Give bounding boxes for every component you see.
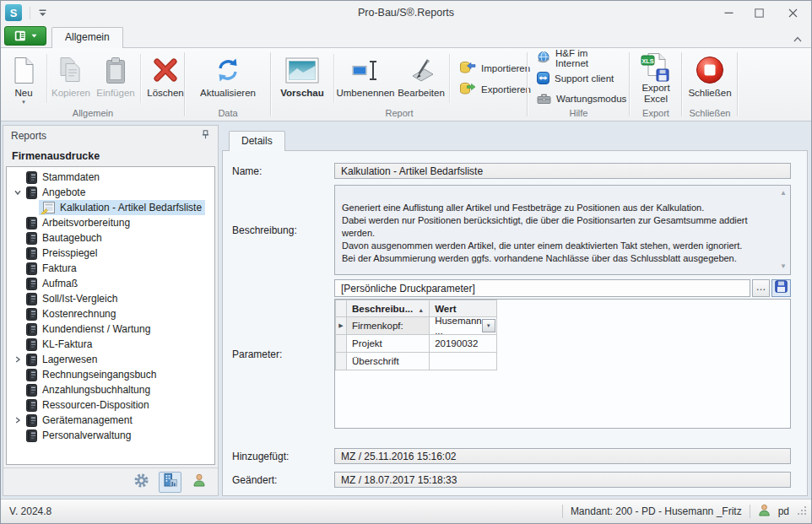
umbenennen-button[interactable]: Umbenennen xyxy=(336,50,395,107)
tree-item[interactable]: Bautagebuch xyxy=(7,230,214,246)
tree-item[interactable]: Preisspiegel xyxy=(7,246,214,261)
hinzugefuegt-field[interactable]: MZ / 25.11.2016 15:16:02 xyxy=(334,448,791,464)
maximize-button[interactable] xyxy=(744,1,774,24)
sort-asc-icon: ▲ xyxy=(418,307,424,313)
resize-grip[interactable] xyxy=(797,505,807,518)
app-menu-button[interactable] xyxy=(4,26,46,46)
group-label-report: Report xyxy=(271,107,528,121)
book-icon xyxy=(26,186,37,199)
tree-item[interactable]: Gerätemanagement xyxy=(7,413,214,428)
tree-item[interactable]: Stammdaten xyxy=(7,170,214,185)
tree-item[interactable]: KL-Faktura xyxy=(7,337,214,352)
minimize-button[interactable] xyxy=(713,1,744,24)
book-icon xyxy=(26,429,37,442)
bearbeiten-button[interactable]: Bearbeiten xyxy=(395,50,447,107)
tree-item-label: Kalkulation - Artikel Bedarfsliste xyxy=(60,202,202,213)
table-row[interactable]: Überschrift xyxy=(336,353,497,370)
tree-item[interactable]: Rechnungseingangsbuch xyxy=(7,367,214,382)
tree-item[interactable]: Kostenrechnung xyxy=(7,306,214,321)
tree-item[interactable]: Lagerwesen xyxy=(7,352,214,367)
parameter-value-cell[interactable] xyxy=(430,353,497,370)
wartungsmodus-button[interactable]: Wartungsmodus xyxy=(534,90,623,107)
scroll-down-icon[interactable]: ▼ xyxy=(780,263,787,270)
geaendert-label: Geändert: xyxy=(232,474,334,486)
svg-text:XLS: XLS xyxy=(641,57,654,65)
tree-item[interactable]: Faktura xyxy=(7,261,214,276)
app-window: S Pro-Bau/S®.Reports Allgemein xyxy=(0,0,812,524)
tree-item[interactable]: Personalverwaltung xyxy=(7,428,214,443)
tab-details[interactable]: Details xyxy=(229,131,285,151)
einfuegen-button[interactable]: Einfügen xyxy=(93,50,138,107)
tree-item[interactable]: Soll/Ist-Vergleich xyxy=(7,291,214,306)
scroll-up-icon[interactable]: ▲ xyxy=(780,190,787,197)
company-view-button[interactable] xyxy=(159,472,181,493)
importieren-button[interactable]: Importieren xyxy=(457,60,528,77)
chevron-right-icon[interactable] xyxy=(11,355,24,364)
tree-item[interactable]: Ressourcen-Disposition xyxy=(7,397,214,413)
book-icon xyxy=(26,232,37,245)
save-parameter-button[interactable] xyxy=(771,279,791,297)
tree-item-label: Kundendienst / Wartung xyxy=(42,323,150,335)
hf-internet-button[interactable]: H&F im Internet xyxy=(534,50,623,67)
tree-item[interactable]: Kalkulation - Artikel Bedarfsliste xyxy=(7,200,214,215)
row-selector[interactable] xyxy=(336,353,347,370)
name-field[interactable]: Kalkulation - Artikel Bedarfsliste xyxy=(334,163,791,179)
user-label: pd xyxy=(778,505,789,517)
column-header-wert[interactable]: Wert xyxy=(430,300,497,317)
row-selector[interactable]: ▶ xyxy=(336,317,347,335)
vorschau-button[interactable]: Vorschau xyxy=(273,50,332,107)
buildings-icon xyxy=(162,473,179,491)
parameter-name-cell[interactable]: Firmenkopf: xyxy=(347,317,430,335)
kopieren-button[interactable]: Kopieren xyxy=(49,50,93,107)
parameter-name-cell[interactable]: Überschrift xyxy=(347,353,430,370)
app-menu-arrow-icon xyxy=(31,34,37,38)
parameter-name-cell[interactable]: Projekt xyxy=(347,335,430,353)
ribbon-group-hilfe: H&F im Internet Support client xyxy=(528,48,630,121)
stop-icon xyxy=(695,52,725,88)
geaendert-field[interactable]: MZ / 18.07.2017 15:18:33 xyxy=(334,472,791,488)
support-client-button[interactable]: Support client xyxy=(534,70,623,87)
tree-item-label: Stammdaten xyxy=(42,171,100,183)
chevron-down-icon[interactable] xyxy=(11,188,24,197)
ribbon: Neu ▼ Kopieren Einfügen xyxy=(1,47,811,122)
parameter-value-cell[interactable]: Husemann ...▼ xyxy=(430,317,497,335)
details-panel: Name: Kalkulation - Artikel Bedarfsliste… xyxy=(222,150,808,496)
tab-allgemein[interactable]: Allgemein xyxy=(51,27,123,48)
beschreibung-field[interactable]: Generiert eine Auflistung aller Artikel … xyxy=(334,185,791,275)
ribbon-group-export: XLS Export Excel Export xyxy=(630,48,682,121)
name-label: Name: xyxy=(232,165,334,177)
chevron-right-icon[interactable] xyxy=(11,416,24,424)
neu-button[interactable]: Neu ▼ xyxy=(3,50,45,107)
tree-item[interactable]: Angebote xyxy=(7,185,214,200)
exportieren-button[interactable]: Exportieren xyxy=(457,81,528,98)
user-view-button[interactable] xyxy=(187,472,210,493)
schliessen-button[interactable]: Schließen xyxy=(684,50,736,107)
app-logo-icon[interactable]: S xyxy=(5,4,22,21)
tree-item[interactable]: Anzahlungsbuchhaltung xyxy=(7,382,214,397)
table-row[interactable]: ▶Firmenkopf:Husemann ...▼ xyxy=(336,317,497,335)
quick-access-dropdown-icon[interactable] xyxy=(38,8,47,17)
tree-item[interactable]: Aufmaß xyxy=(7,276,214,291)
more-options-button[interactable]: … xyxy=(752,279,770,297)
export-excel-button[interactable]: XLS Export Excel xyxy=(631,50,680,107)
tree-item[interactable]: Kundendienst / Wartung xyxy=(7,321,214,337)
version-label: V. 2024.8 xyxy=(1,505,51,517)
row-selector[interactable] xyxy=(336,335,347,353)
settings-gear-button[interactable] xyxy=(130,472,153,493)
druckparameter-field[interactable]: [Persönliche Druckparameter] xyxy=(334,279,750,297)
combo-dropdown-icon[interactable]: ▼ xyxy=(482,319,495,332)
column-header-beschreibung[interactable]: Beschreibu...▲ xyxy=(347,300,430,317)
mandant-label: Mandant: 200 - PD - Husemann _Fritz xyxy=(571,505,742,517)
close-button[interactable] xyxy=(774,1,811,24)
book-icon xyxy=(26,217,37,230)
delete-x-icon xyxy=(152,52,179,88)
loeschen-button[interactable]: Löschen xyxy=(143,50,188,107)
table-row[interactable]: Projekt20190032 xyxy=(336,335,497,353)
book-icon xyxy=(26,323,37,336)
aktualisieren-button[interactable]: Aktualisieren xyxy=(188,50,268,107)
pin-icon[interactable] xyxy=(200,129,211,143)
tree-item[interactable]: Arbeitsvorbereitung xyxy=(7,215,214,230)
parameter-value-cell[interactable]: 20190032 xyxy=(430,335,497,353)
collapse-ribbon-icon[interactable] xyxy=(793,31,803,46)
book-icon xyxy=(26,293,37,305)
